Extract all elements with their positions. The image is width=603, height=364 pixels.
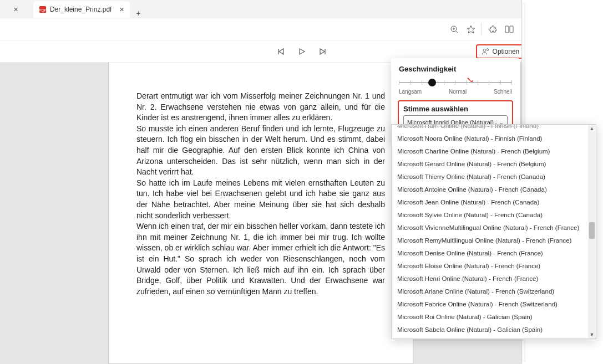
zoom-icon[interactable]: [446, 21, 463, 38]
voice-option[interactable]: Microsoft Noora Online (Natural) - Finni…: [392, 132, 588, 145]
speed-title: Geschwindigkeit: [391, 64, 520, 75]
voice-option[interactable]: Microsoft Jean Online (Natural) - French…: [392, 196, 588, 209]
svg-marker-21: [279, 49, 283, 54]
speed-slider-thumb[interactable]: [428, 79, 436, 86]
voice-option[interactable]: Microsoft Eka Online (Natural) - Georgia…: [392, 336, 588, 339]
tab-pdf[interactable]: PDF Der_kleine_Prinz.pdf ✕: [33, 1, 130, 18]
speed-label-normal: Normal: [449, 89, 467, 95]
speed-slider[interactable]: ➘: [399, 78, 512, 88]
scroll-thumb[interactable]: [589, 222, 595, 239]
play-icon[interactable]: [297, 47, 307, 57]
svg-text:PDF: PDF: [39, 8, 47, 12]
svg-rect-11: [505, 26, 509, 33]
scroll-up-icon[interactable]: ▲: [588, 125, 596, 132]
voice-option[interactable]: Microsoft Ariane Online (Natural) - Fren…: [392, 285, 588, 298]
svg-point-25: [483, 49, 485, 52]
dropdown-scrollbar[interactable]: ▲ ▼: [588, 125, 596, 339]
voice-option[interactable]: Microsoft Gerard Online (Natural) - Fren…: [392, 158, 588, 171]
voice-option[interactable]: Microsoft Eloise Online (Natural) - Fren…: [392, 260, 588, 273]
voice-title: Stimme auswählen: [400, 105, 511, 115]
pdf-icon: PDF: [39, 6, 47, 13]
voice-option[interactable]: Microsoft VivienneMultilingual Online (N…: [392, 222, 588, 234]
voice-option[interactable]: Microsoft Antoine Online (Natural) - Fre…: [392, 183, 588, 196]
svg-marker-23: [320, 49, 325, 54]
pdf-page: Derart entmutigt war ich vom Misserfolg …: [108, 63, 413, 364]
new-tab-button[interactable]: +: [130, 9, 146, 18]
voice-option[interactable]: Microsoft Henri Online (Natural) - Frenc…: [392, 273, 588, 285]
voice-option[interactable]: Microsoft Sabela Online (Natural) - Gali…: [392, 324, 588, 336]
previous-icon[interactable]: [276, 47, 286, 57]
paragraph: Derart entmutigt war ich vom Misserfolg …: [136, 91, 385, 124]
paragraph: So hatte ich im Laufe meines Lebens mit …: [136, 178, 385, 221]
voice-option[interactable]: Microsoft Denise Online (Natural) - Fren…: [392, 247, 588, 260]
svg-rect-12: [510, 26, 513, 33]
voice-option[interactable]: Microsoft Sylvie Online (Natural) - Fren…: [392, 209, 588, 222]
toolbar: ···: [0, 18, 603, 40]
close-icon[interactable]: ✕: [119, 6, 124, 13]
close-icon[interactable]: ✕: [13, 6, 18, 13]
speed-label-slow: Langsam: [399, 89, 422, 95]
voice-option[interactable]: Microsoft Charline Online (Natural) - Fr…: [392, 145, 588, 158]
tab-title: Der_kleine_Prinz.pdf: [50, 6, 112, 13]
voice-option[interactable]: Microsoft Roi Online (Natural) - Galicia…: [392, 311, 588, 324]
speed-label-fast: Schnell: [494, 89, 512, 95]
voice-option[interactable]: Microsoft Fabrice Online (Natural) - Fre…: [392, 298, 588, 311]
voice-option[interactable]: Microsoft RemyMultilingual Online (Natur…: [392, 234, 588, 247]
split-screen-icon[interactable]: [501, 21, 518, 38]
favorite-icon[interactable]: [463, 21, 479, 38]
tab-blank[interactable]: ✕: [0, 1, 33, 18]
svg-line-7: [456, 31, 458, 33]
svg-marker-10: [467, 25, 474, 33]
title-bar: ✕ PDF Der_kleine_Prinz.pdf ✕ +: [0, 0, 603, 18]
voice-option[interactable]: Microsoft Harri Online (Natural) - Finni…: [392, 125, 588, 132]
paragraph: So musste ich einen anderen Beruf finden…: [136, 124, 385, 178]
next-icon[interactable]: [318, 47, 328, 57]
voice-dropdown-list: Microsoft Harri Online (Natural) - Finni…: [391, 124, 596, 339]
paragraph: Wenn ich einen traf, der mir ein bissche…: [136, 221, 385, 297]
voice-option[interactable]: Microsoft Thierry Online (Natural) - Fre…: [392, 171, 588, 183]
voice-settings-icon: [482, 48, 489, 55]
scroll-down-icon[interactable]: ▼: [588, 331, 596, 339]
extensions-icon[interactable]: [484, 21, 501, 38]
svg-marker-22: [300, 49, 305, 54]
svg-point-26: [487, 48, 489, 50]
